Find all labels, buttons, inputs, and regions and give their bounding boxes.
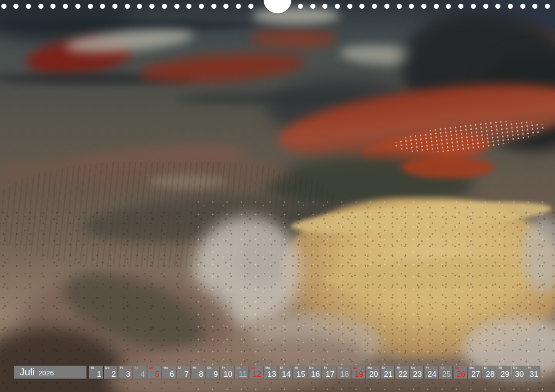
calendar-bar: Juli 2026 Mi1Do2Fr3Sa4So5Mo6Di7Mi8Do9Fr1…	[0, 366, 555, 379]
binding-hole	[397, 4, 402, 9]
binding-hole	[75, 4, 80, 9]
day-cell: Di21	[381, 366, 394, 379]
binding-hole	[1, 4, 6, 9]
day-cell: Mo13	[264, 366, 278, 379]
day-number: 24	[428, 370, 437, 379]
day-number: 16	[311, 370, 320, 379]
binding-hole	[434, 4, 439, 9]
weekday-abbr: So	[455, 366, 459, 369]
month-year-label: Juli 2026	[14, 366, 86, 379]
weekday-abbr: Fr	[120, 366, 123, 369]
day-cell: So26	[454, 366, 467, 379]
day-cell: Fr10	[221, 366, 234, 379]
weekday-abbr: Di	[382, 366, 385, 369]
day-number: 11	[239, 370, 247, 379]
day-number: 23	[413, 370, 422, 379]
weekday-abbr: Do	[411, 366, 415, 369]
year-number: 2026	[38, 369, 54, 377]
weekday-abbr: Mo	[265, 366, 270, 369]
weekday-abbr: Mi	[193, 366, 197, 369]
photo-layer-red-ridge-2	[250, 30, 338, 48]
day-cell: Di7	[177, 366, 190, 379]
weekday-abbr: Fr	[222, 366, 225, 369]
day-cell: So19	[352, 366, 365, 379]
day-number: 26	[457, 370, 466, 379]
day-cell: Do9	[206, 366, 219, 379]
day-number: 28	[486, 370, 495, 379]
weekday-abbr: Do	[309, 366, 314, 369]
day-cell: Sa25	[439, 366, 452, 379]
day-number: 4	[141, 370, 145, 379]
binding-hole	[384, 4, 389, 9]
day-number: 15	[296, 370, 305, 379]
weekday-abbr: So	[353, 366, 357, 369]
weekday-abbr: Sa	[339, 366, 343, 369]
photo-layer-white-frost-specks	[194, 199, 555, 392]
binding-hole	[199, 4, 204, 9]
day-cell: Di28	[483, 366, 496, 379]
day-number: 3	[126, 370, 130, 379]
binding-hole	[162, 4, 167, 9]
day-cell: Di14	[279, 366, 292, 379]
day-number: 12	[253, 370, 262, 379]
day-number: 10	[224, 370, 233, 379]
day-number: 7	[185, 370, 189, 379]
day-number: 9	[214, 370, 218, 379]
photo-layer-silver-top	[252, 7, 340, 24]
binding-hole	[335, 4, 340, 9]
day-number: 27	[471, 370, 480, 379]
day-number: 2	[111, 370, 116, 379]
day-number: 17	[326, 370, 334, 379]
day-cell: Sa4	[133, 366, 147, 379]
binding-hole	[508, 4, 513, 9]
day-number: 8	[199, 370, 203, 379]
weekday-abbr: Mo	[164, 366, 168, 369]
day-cell: Do23	[410, 366, 423, 379]
day-cell: So12	[250, 366, 263, 379]
month-name: Juli	[19, 366, 35, 378]
weekday-abbr: Do	[105, 366, 110, 369]
weekday-abbr: Di	[280, 366, 284, 369]
day-number: 13	[267, 370, 276, 379]
photo-layer-red-ridge-center	[138, 49, 306, 87]
binding-hole	[248, 4, 253, 9]
day-cell: Mi22	[395, 366, 409, 379]
weekday-abbr: So	[149, 366, 153, 369]
binding-hole	[347, 4, 352, 9]
day-number: 30	[515, 370, 524, 379]
photo-layer-orange-spots	[401, 156, 494, 178]
binding-hole	[38, 4, 43, 9]
weekday-abbr: Di	[484, 366, 487, 369]
binding-hole	[26, 4, 31, 9]
day-cell: Mo27	[468, 366, 481, 379]
weekday-abbr: Fr	[324, 366, 327, 369]
weekday-abbr: Sa	[236, 366, 240, 369]
binding-hole	[211, 4, 216, 9]
weekday-abbr: Mo	[469, 366, 474, 369]
binding-hole	[421, 4, 426, 9]
day-number: 18	[340, 370, 349, 379]
weekday-abbr: Di	[178, 366, 181, 369]
day-number: 31	[530, 370, 538, 379]
day-cell: Do2	[104, 366, 117, 379]
binding-hole	[88, 4, 93, 9]
day-cell: Mo6	[162, 366, 176, 379]
binding-hole	[298, 4, 303, 9]
calendar-page: Juli 2026 Mi1Do2Fr3Sa4So5Mo6Di7Mi8Do9Fr1…	[0, 0, 555, 392]
day-number: 20	[370, 370, 378, 379]
photo-layer-ridge-shadow-3	[176, 92, 375, 104]
day-cell: So5	[148, 366, 161, 379]
day-cell: Fr31	[526, 366, 540, 379]
weekday-abbr: Fr	[528, 366, 531, 369]
binding-hole	[471, 4, 476, 9]
day-cell: Mi1	[89, 366, 103, 379]
day-number: 29	[500, 370, 509, 379]
weekday-abbr: Fr	[426, 366, 429, 369]
photo-layer-ridge-shadow-1	[0, 20, 259, 30]
volcanic-dunes-photo	[0, 0, 555, 392]
day-row: Mi1Do2Fr3Sa4So5Mo6Di7Mi8Do9Fr10Sa11So12M…	[89, 366, 540, 379]
weekday-abbr: Mi	[397, 366, 401, 369]
day-number: 22	[399, 370, 407, 379]
weekday-abbr: Mi	[91, 366, 94, 369]
binding-hole	[125, 4, 130, 9]
